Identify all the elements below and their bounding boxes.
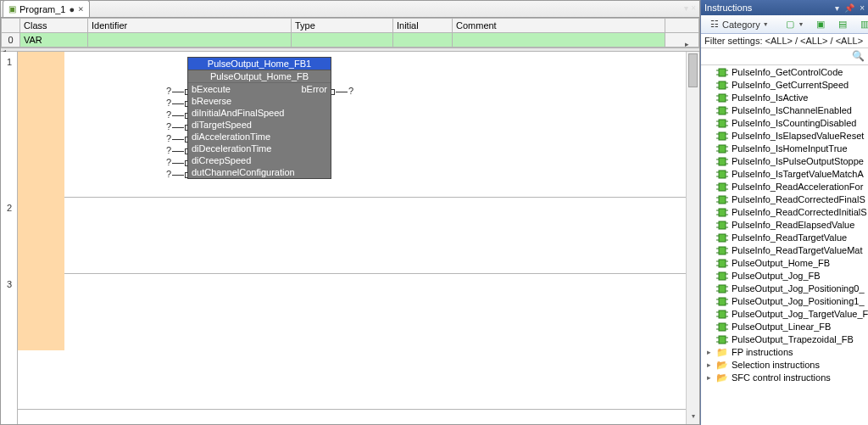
network-1[interactable]: PulseOutput_Home_FB1 PulseOutput_Home_FB… xyxy=(18,52,686,198)
rung-number[interactable]: 2 xyxy=(1,203,18,213)
filter-settings[interactable]: Filter settings: <ALL> / <ALL> / <ALL> xyxy=(701,34,868,48)
pin-unassigned[interactable]: ? xyxy=(166,169,188,179)
instruction-item[interactable]: PulseInfo_ReadAccelerationFor xyxy=(701,181,868,193)
instruction-item[interactable]: PulseInfo_IsElapsedValueReset xyxy=(701,130,868,143)
instruction-folder[interactable]: ▸📁FP instructions xyxy=(701,346,868,359)
function-block[interactable]: PulseOutput_Home_FB1 PulseOutput_Home_FB… xyxy=(187,57,331,179)
tab-program-1[interactable]: ▣ Program_1 ● × xyxy=(3,0,90,17)
variable-row-0[interactable]: 0 VAR xyxy=(2,33,699,48)
svg-rect-50 xyxy=(719,196,726,204)
pin-unassigned[interactable]: ? xyxy=(166,157,188,167)
tree-toggle-icon[interactable]: ▸ xyxy=(704,359,713,372)
cell-comment[interactable] xyxy=(453,33,665,48)
toolbar-btn-2[interactable]: ▣ xyxy=(810,17,831,32)
svg-rect-25 xyxy=(719,132,726,140)
tree-toggle-icon[interactable]: ▸ xyxy=(704,372,713,384)
instruction-item[interactable]: PulseInfo_GetControlCode xyxy=(701,66,868,79)
panel-titlebar[interactable]: Instructions ▾ 📌 × xyxy=(701,0,868,15)
pin-unassigned[interactable]: ? xyxy=(166,145,188,155)
window-dropdown-icon[interactable]: ▾ × xyxy=(684,3,696,13)
instruction-label: PulseOutput_Jog_FB xyxy=(732,270,821,282)
col-class[interactable]: Class xyxy=(20,19,88,33)
folder-icon: 📁 xyxy=(716,346,728,359)
instruction-item[interactable]: PulseInfo_IsChannelEnabled xyxy=(701,104,868,117)
pin-unassigned[interactable]: ? xyxy=(166,109,188,120)
pin-unassigned[interactable]: ? xyxy=(166,98,188,108)
vertical-scrollbar[interactable]: ▴ ▾ xyxy=(686,52,699,424)
svg-rect-40 xyxy=(719,171,726,178)
svg-rect-15 xyxy=(719,107,726,115)
cell-class[interactable]: VAR xyxy=(20,33,88,48)
network-3[interactable] xyxy=(18,274,686,410)
instruction-item[interactable]: PulseOutput_Jog_Positioning1_ xyxy=(701,295,868,308)
svg-rect-80 xyxy=(719,272,726,280)
fb-icon xyxy=(716,322,728,333)
toolbar-btn-4[interactable]: ▥ xyxy=(854,17,868,32)
svg-rect-65 xyxy=(719,234,726,242)
cell-identifier[interactable] xyxy=(88,33,292,48)
panel-pin-icon[interactable]: 📌 xyxy=(844,3,854,13)
panel-close-icon[interactable]: × xyxy=(860,3,865,13)
fbd-canvas[interactable]: 1 2 3 PulseOutput_Home_FB1 PulseOutput_H… xyxy=(1,52,699,424)
tab-close-icon[interactable]: × xyxy=(78,3,84,14)
panel-menu-icon[interactable]: ▾ xyxy=(835,3,839,13)
col-initial[interactable]: Initial xyxy=(393,19,453,33)
instruction-item[interactable]: PulseOutput_Jog_TargetValue_F xyxy=(701,308,868,321)
instruction-item[interactable]: PulseOutput_Linear_FB xyxy=(701,321,868,333)
toolbar-btn-1[interactable]: ▢▼ xyxy=(780,17,809,32)
network-2[interactable] xyxy=(18,198,686,274)
instruction-item[interactable]: PulseOutput_Jog_Positioning0_ xyxy=(701,282,868,295)
instruction-item[interactable]: PulseInfo_IsTargetValueMatchA xyxy=(701,168,868,181)
fb-in: dutChannelConfiguration xyxy=(192,166,295,178)
pin-unassigned[interactable]: ? xyxy=(166,121,188,131)
instruction-item[interactable]: PulseInfo_ReadCorrectedFinalS xyxy=(701,193,868,206)
fb-icon xyxy=(716,119,728,129)
instruction-item[interactable]: PulseOutput_Trapezoidal_FB xyxy=(701,333,868,346)
col-comment[interactable]: Comment xyxy=(453,19,665,33)
cell-initial[interactable] xyxy=(393,33,453,48)
svg-rect-5 xyxy=(719,81,726,89)
instruction-folder[interactable]: ▸📂Selection instructions xyxy=(701,359,868,372)
scroll-thumb[interactable] xyxy=(688,53,698,87)
rung-number[interactable]: 3 xyxy=(1,279,18,289)
fb-instance-name[interactable]: PulseOutput_Home_FB1 xyxy=(188,58,331,70)
fb-type-name: PulseOutput_Home_FB xyxy=(188,70,331,83)
instruction-label: PulseOutput_Linear_FB xyxy=(732,321,831,333)
rung-number[interactable]: 1 xyxy=(1,57,18,67)
instruction-item[interactable]: PulseInfo_IsActive xyxy=(701,92,868,104)
scroll-down-icon[interactable]: ▾ xyxy=(687,412,699,424)
pin-unassigned[interactable]: ? xyxy=(331,86,353,96)
instruction-item[interactable]: PulseInfo_IsCountingDisabled xyxy=(701,117,868,130)
instruction-item[interactable]: PulseInfo_ReadTargetValueMat xyxy=(701,244,868,257)
fb-in: bReverse xyxy=(192,95,231,107)
instruction-folder[interactable]: ▸📂SFC control instructions xyxy=(701,372,868,384)
pin-unassigned[interactable]: ? xyxy=(166,86,188,96)
pin-unassigned[interactable]: ? xyxy=(166,133,188,143)
col-type[interactable]: Type xyxy=(292,19,393,33)
fb-icon xyxy=(716,93,728,103)
instruction-item[interactable]: PulseInfo_GetCurrentSpeed xyxy=(701,79,868,92)
variable-grid: Class Identifier Type Initial Comment 0 … xyxy=(1,18,699,48)
cell-type[interactable] xyxy=(292,33,393,48)
toolbar-btn-3[interactable]: ▤ xyxy=(832,17,853,32)
fb-icon: ▢ xyxy=(784,19,796,31)
instruction-item[interactable]: PulseInfo_IsHomeInputTrue xyxy=(701,143,868,155)
instruction-label: PulseOutput_Home_FB xyxy=(732,257,830,270)
grid-dots xyxy=(69,52,686,197)
category-dropdown[interactable]: ☷ Category ▼ xyxy=(704,17,773,32)
tree-toggle-icon[interactable]: ▸ xyxy=(704,346,713,359)
variable-grid-header: Class Identifier Type Initial Comment xyxy=(2,19,699,33)
col-identifier[interactable]: Identifier xyxy=(88,19,292,33)
fb-icon xyxy=(716,131,728,142)
instruction-item[interactable]: PulseInfo_ReadTargetValue xyxy=(701,232,868,244)
instruction-item[interactable]: PulseOutput_Jog_FB xyxy=(701,270,868,282)
instruction-item[interactable]: PulseInfo_IsPulseOutputStoppe xyxy=(701,155,868,168)
instruction-tree[interactable]: PulseInfo_GetControlCodePulseInfo_GetCur… xyxy=(701,65,868,425)
grid-dots xyxy=(69,198,686,273)
panel-search[interactable]: 🔍 xyxy=(701,48,868,65)
instruction-item[interactable]: PulseOutput_Home_FB xyxy=(701,257,868,270)
svg-rect-90 xyxy=(719,298,726,305)
instruction-item[interactable]: PulseInfo_ReadElapsedValue xyxy=(701,219,868,232)
instruction-label: PulseInfo_IsElapsedValueReset xyxy=(732,130,864,143)
instruction-item[interactable]: PulseInfo_ReadCorrectedInitialS xyxy=(701,206,868,219)
